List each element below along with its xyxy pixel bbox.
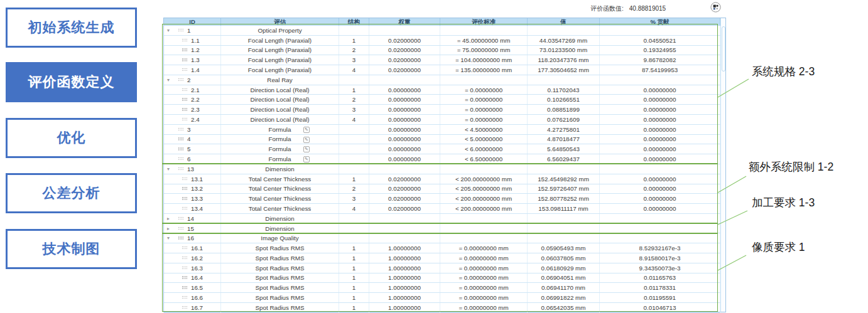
drag-handle-icon[interactable] bbox=[182, 207, 188, 210]
row-operand-cell: Formula✎ bbox=[221, 135, 339, 144]
edit-formula-icon[interactable]: ✎ bbox=[303, 127, 310, 133]
column-header[interactable]: 评价标准 bbox=[440, 18, 528, 26]
drag-handle-icon[interactable] bbox=[182, 276, 188, 279]
row-value-cell bbox=[528, 214, 600, 223]
table-row[interactable]: 16.1Spot Radius RMS11.00000000= 0.000000… bbox=[164, 243, 720, 253]
table-row[interactable]: 16.7Spot Radius RMS11.00000000= 0.000000… bbox=[164, 303, 720, 313]
table-row[interactable]: ▾1Optical Property bbox=[164, 26, 720, 36]
merit-grid-circle-icon[interactable] bbox=[710, 2, 721, 13]
table-row[interactable]: 1.1Focal Length (Paraxial)10.02000000= 4… bbox=[164, 36, 720, 46]
table-row[interactable]: 13.3Total Center Thickness30.02000000< 2… bbox=[164, 194, 720, 204]
drag-handle-icon[interactable] bbox=[178, 128, 184, 131]
edit-formula-icon[interactable]: ✎ bbox=[303, 156, 310, 162]
table-row[interactable]: 13.2Total Center Thickness20.02000000< 2… bbox=[164, 184, 720, 194]
table-row[interactable]: 2.3Direction Local (Real)30.00000000= 0.… bbox=[164, 105, 720, 115]
drag-handle-icon[interactable] bbox=[182, 58, 188, 61]
row-criterion-cell bbox=[440, 214, 528, 223]
expand-icon[interactable]: ▸ bbox=[166, 226, 178, 231]
row-config-cell bbox=[339, 26, 369, 35]
drag-handle-icon[interactable] bbox=[182, 88, 188, 92]
sidebar-item-5[interactable]: 技术制图 bbox=[6, 229, 137, 269]
table-row[interactable]: 5Formula✎0.00000000< 6.000000005.6485054… bbox=[164, 144, 720, 154]
drag-handle-icon[interactable] bbox=[178, 78, 184, 82]
vertical-scrollbar[interactable] bbox=[720, 18, 725, 312]
drag-handle-icon[interactable] bbox=[182, 48, 188, 51]
table-row[interactable]: 16.3Spot Radius RMS11.00000000= 0.000000… bbox=[164, 263, 720, 273]
table-row[interactable]: 16.6Spot Radius RMS11.00000000= 0.000000… bbox=[164, 293, 720, 303]
sidebar-item-2[interactable]: 评价函数定义 bbox=[6, 62, 137, 102]
drag-handle-icon[interactable] bbox=[182, 296, 188, 299]
row-weight-cell: 0.00000000 bbox=[369, 115, 440, 124]
drag-handle-icon[interactable] bbox=[182, 197, 188, 200]
table-row[interactable]: ▾13Dimension bbox=[164, 164, 720, 174]
drag-handle-icon[interactable] bbox=[182, 178, 188, 181]
table-row[interactable]: 2.2Direction Local (Real)20.00000000= 0.… bbox=[164, 95, 720, 105]
row-operand-label: Total Center Thickness bbox=[249, 185, 311, 192]
table-row[interactable]: ▾2Real Ray bbox=[164, 75, 720, 85]
row-weight-cell: 0.00000000 bbox=[369, 154, 440, 164]
row-config-cell: 4 bbox=[339, 65, 369, 75]
table-row[interactable]: ▸14Dimension bbox=[164, 214, 720, 224]
table-row[interactable]: 6Formula✎0.00000000< 6.500000006.5602943… bbox=[164, 154, 720, 164]
table-row[interactable]: ▾16Image Quality bbox=[164, 233, 720, 243]
sidebar-item-4[interactable]: 公差分析 bbox=[6, 173, 137, 213]
drag-handle-icon[interactable] bbox=[182, 39, 188, 42]
table-row[interactable]: 1.3Focal Length (Paraxial)30.02000000= 1… bbox=[164, 55, 720, 65]
row-id-label: 16.1 bbox=[191, 245, 203, 252]
sidebar-item-1[interactable]: 初始系统生成 bbox=[6, 8, 137, 48]
table-row[interactable]: ▸15Dimension bbox=[164, 224, 720, 234]
drag-handle-icon[interactable] bbox=[182, 257, 188, 260]
table-row[interactable]: 16.5Spot Radius RMS11.00000000= 0.000000… bbox=[164, 283, 720, 293]
drag-handle-icon[interactable] bbox=[182, 247, 188, 250]
drag-handle-icon[interactable] bbox=[178, 29, 184, 32]
column-header[interactable]: % 贡献 bbox=[600, 18, 720, 26]
drag-handle-icon[interactable] bbox=[178, 167, 184, 171]
scrollbar-thumb[interactable] bbox=[722, 26, 725, 72]
drag-handle-icon[interactable] bbox=[182, 267, 188, 270]
expand-collapse-icon[interactable]: ▾ bbox=[166, 235, 178, 241]
drag-handle-icon[interactable] bbox=[178, 227, 184, 230]
table-row[interactable]: 3Formula✎0.00000000< 4.500000004.2727580… bbox=[164, 125, 720, 135]
edit-formula-icon[interactable]: ✎ bbox=[303, 146, 310, 152]
table-row[interactable]: 1.2Focal Length (Paraxial)20.02000000= 7… bbox=[164, 46, 720, 56]
expand-icon[interactable]: ▸ bbox=[166, 216, 178, 221]
drag-handle-icon[interactable] bbox=[182, 68, 188, 72]
drag-handle-icon[interactable] bbox=[182, 98, 188, 101]
row-config-cell: 1 bbox=[339, 273, 369, 283]
column-header[interactable]: 评估 bbox=[221, 18, 339, 26]
drag-handle-icon[interactable] bbox=[178, 157, 184, 161]
annotation-label: 加工要求 1-3 bbox=[752, 195, 815, 210]
drag-handle-icon[interactable] bbox=[178, 236, 184, 240]
table-row[interactable]: 2.1Direction Local (Real)10.00000000= 0.… bbox=[164, 85, 720, 95]
table-row[interactable]: 4Formula✎0.00000000< 5.000000004.8701847… bbox=[164, 135, 720, 145]
expand-collapse-icon[interactable]: ▾ bbox=[166, 166, 178, 172]
drag-handle-icon[interactable] bbox=[182, 306, 188, 309]
row-id-cell: 13.3 bbox=[164, 194, 221, 203]
drag-handle-icon[interactable] bbox=[178, 147, 184, 151]
table-row[interactable]: 16.4Spot Radius RMS11.00000000= 0.000000… bbox=[164, 273, 720, 284]
sidebar-item-3[interactable]: 优化 bbox=[6, 118, 137, 158]
table-row[interactable]: 2.4Direction Local (Real)40.00000000= 0.… bbox=[164, 115, 720, 125]
row-id-cell: 16.7 bbox=[164, 303, 221, 312]
row-weight-cell: 0.02000000 bbox=[369, 174, 440, 184]
table-row[interactable]: 13.4Total Center Thickness40.02000000< 2… bbox=[164, 204, 720, 214]
expand-collapse-icon[interactable]: ▾ bbox=[166, 28, 178, 33]
drag-handle-icon[interactable] bbox=[182, 118, 188, 121]
table-row[interactable]: 16.2Spot Radius RMS11.00000000= 0.000000… bbox=[164, 253, 720, 263]
edit-formula-icon[interactable]: ✎ bbox=[303, 137, 310, 143]
table-row[interactable]: 13.1Total Center Thickness10.02000000< 2… bbox=[164, 174, 720, 184]
row-config-cell: 1 bbox=[339, 85, 369, 95]
expand-collapse-icon[interactable]: ▾ bbox=[166, 77, 178, 83]
column-header[interactable]: ID bbox=[164, 18, 221, 26]
drag-handle-icon[interactable] bbox=[178, 137, 184, 141]
column-header[interactable]: 值 bbox=[528, 18, 600, 26]
drag-handle-icon[interactable] bbox=[178, 217, 184, 220]
row-id-label: 2.1 bbox=[191, 87, 200, 93]
drag-handle-icon[interactable] bbox=[182, 286, 188, 289]
column-header[interactable]: 权重 bbox=[369, 18, 440, 26]
table-row[interactable]: 1.4Focal Length (Paraxial)40.02000000= 1… bbox=[164, 65, 720, 75]
drag-handle-icon[interactable] bbox=[182, 187, 188, 190]
drag-handle-icon[interactable] bbox=[182, 108, 188, 111]
row-operand-label: Formula bbox=[269, 146, 291, 152]
column-header[interactable]: 结构 bbox=[339, 18, 369, 26]
